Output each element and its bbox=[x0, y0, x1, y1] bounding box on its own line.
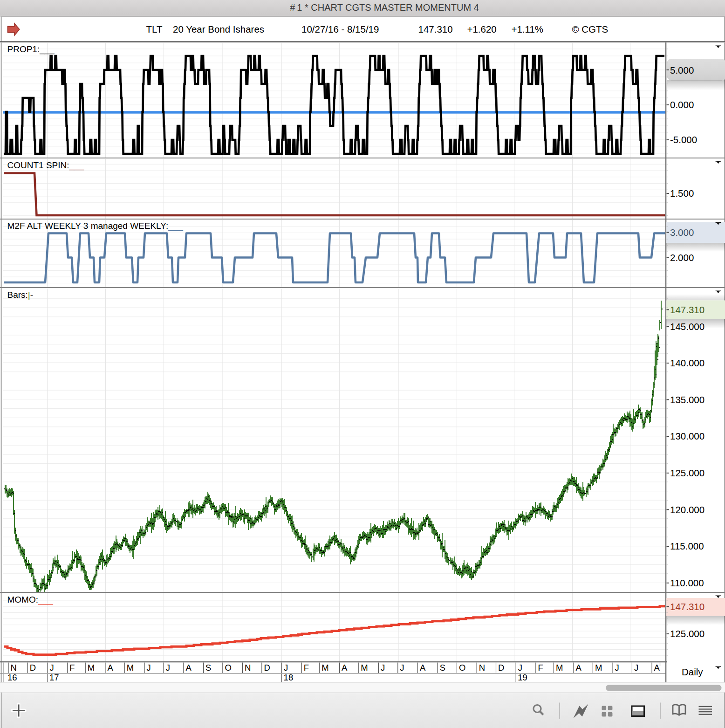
svg-text:-5.000: -5.000 bbox=[670, 134, 697, 145]
svg-text:147.310: 147.310 bbox=[670, 601, 704, 612]
svg-text:N: N bbox=[479, 663, 485, 673]
svg-text:0.000: 0.000 bbox=[670, 99, 694, 110]
svg-text:D: D bbox=[498, 663, 504, 673]
svg-text:110.000: 110.000 bbox=[670, 577, 704, 588]
svg-text:2.000: 2.000 bbox=[670, 252, 694, 263]
svg-text:17: 17 bbox=[49, 673, 59, 682]
svg-text:M: M bbox=[88, 663, 95, 673]
svg-text:J: J bbox=[615, 663, 619, 673]
svg-text:COUNT1 SPIN:___: COUNT1 SPIN:___ bbox=[7, 160, 84, 171]
svg-text:J: J bbox=[284, 663, 288, 673]
svg-text:M: M bbox=[321, 663, 328, 673]
svg-text:M: M bbox=[595, 663, 602, 673]
svg-text:F: F bbox=[304, 663, 309, 673]
svg-text:130.000: 130.000 bbox=[670, 431, 704, 441]
svg-text:J: J bbox=[400, 663, 404, 673]
svg-text:J: J bbox=[634, 663, 638, 673]
svg-text:125.000: 125.000 bbox=[670, 628, 704, 639]
svg-text:A: A bbox=[576, 663, 582, 673]
svg-text:# 1 * CHART CGTS MASTER MOMENT: # 1 * CHART CGTS MASTER MOMENTUM 4 bbox=[290, 2, 479, 13]
svg-text:PROP1:___: PROP1:___ bbox=[7, 44, 55, 55]
svg-text:S: S bbox=[440, 663, 445, 673]
svg-text:S: S bbox=[205, 663, 211, 673]
svg-text:M2F ALT WEEKLY 3 managed WEEKL: M2F ALT WEEKLY 3 managed WEEKLY:___ bbox=[7, 221, 184, 231]
svg-text:J: J bbox=[381, 663, 385, 673]
svg-text:A: A bbox=[342, 663, 348, 673]
svg-text:J: J bbox=[166, 663, 170, 673]
svg-text:Bars:|-: Bars:|- bbox=[7, 290, 34, 300]
svg-text:147.310: 147.310 bbox=[418, 24, 453, 34]
svg-text:A: A bbox=[654, 663, 660, 673]
svg-text:16: 16 bbox=[7, 673, 17, 682]
svg-text:145.000: 145.000 bbox=[670, 321, 704, 332]
svg-text:135.000: 135.000 bbox=[670, 394, 704, 405]
svg-text:© CGTS: © CGTS bbox=[572, 24, 609, 34]
svg-text:20 Year Bond Ishares: 20 Year Bond Ishares bbox=[173, 24, 264, 34]
svg-text:F: F bbox=[69, 663, 75, 673]
svg-text:TLT: TLT bbox=[146, 24, 163, 34]
svg-text:O: O bbox=[225, 663, 231, 673]
svg-text:A: A bbox=[420, 663, 426, 673]
svg-text:147.310: 147.310 bbox=[670, 304, 704, 315]
svg-text:A: A bbox=[107, 663, 113, 673]
svg-text:10/27/16 - 8/15/19: 10/27/16 - 8/15/19 bbox=[301, 24, 379, 34]
svg-text:J: J bbox=[518, 663, 522, 673]
svg-text:5.000: 5.000 bbox=[670, 65, 694, 76]
svg-text:O: O bbox=[459, 663, 465, 673]
svg-text:N: N bbox=[245, 663, 251, 673]
svg-text:125.000: 125.000 bbox=[670, 467, 704, 478]
svg-text:19: 19 bbox=[518, 673, 527, 682]
svg-text:N: N bbox=[11, 663, 17, 673]
svg-text:+1.11%: +1.11% bbox=[512, 24, 544, 34]
svg-text:18: 18 bbox=[284, 673, 294, 682]
svg-text:J: J bbox=[50, 663, 54, 673]
svg-text:M: M bbox=[556, 663, 563, 673]
svg-text:A: A bbox=[185, 663, 192, 673]
svg-text:M: M bbox=[127, 663, 134, 673]
svg-text:+1.620: +1.620 bbox=[467, 24, 497, 34]
svg-text:120.000: 120.000 bbox=[670, 504, 704, 515]
svg-text:Daily: Daily bbox=[682, 666, 703, 677]
svg-text:115.000: 115.000 bbox=[670, 541, 704, 551]
svg-text:F: F bbox=[538, 663, 543, 673]
svg-text:D: D bbox=[30, 663, 36, 673]
svg-text:1.500: 1.500 bbox=[670, 188, 694, 199]
svg-text:140.000: 140.000 bbox=[670, 357, 704, 368]
svg-text:MOMO:___: MOMO:___ bbox=[7, 595, 54, 605]
svg-text:D: D bbox=[264, 663, 270, 673]
svg-text:3.000: 3.000 bbox=[670, 227, 694, 238]
svg-text:M: M bbox=[361, 663, 368, 673]
svg-text:J: J bbox=[146, 663, 150, 673]
